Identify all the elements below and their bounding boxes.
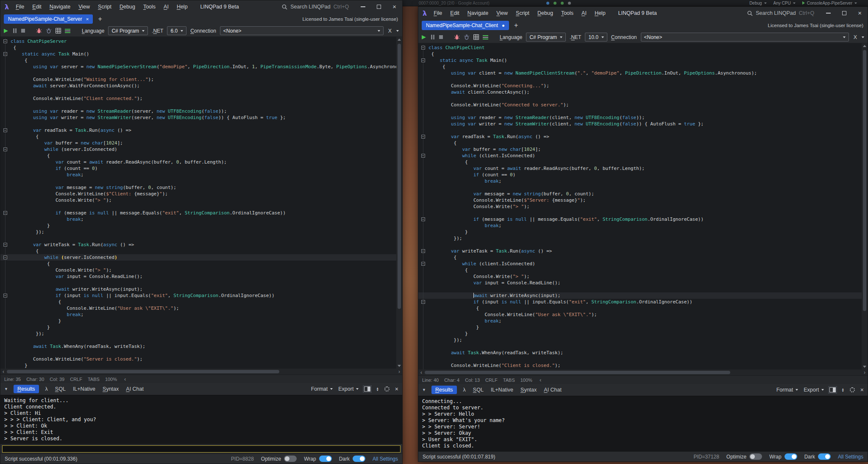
code-line[interactable]: } [0,362,396,369]
code-line[interactable] [418,356,862,362]
code-line[interactable]: − static async Task Main() [418,57,862,64]
code-line[interactable]: }); [0,229,396,235]
code-line[interactable]: Console.Write("> "); [0,197,396,203]
fold-marker-icon[interactable]: − [421,154,425,158]
fold-marker-icon[interactable]: − [421,300,425,304]
optimize-toggle[interactable] [284,456,297,462]
code-line[interactable]: await Task.WhenAny(readTask, writeTask); [418,350,862,356]
code-line[interactable]: var input = Console.ReadLine(); [0,273,396,280]
connection-clear-button[interactable]: X [853,34,858,40]
code-line[interactable]: − while (server.IsConnected) [0,146,396,153]
language-select[interactable]: C# Program [108,26,148,35]
optimize-toggle[interactable] [749,453,762,460]
results-tab-results[interactable]: Results [431,386,457,394]
code-line-current[interactable]: await writer.WriteAsync(input); [418,292,862,299]
code-line[interactable] [418,242,862,248]
menu-ai[interactable]: AI [581,10,587,16]
code-line[interactable]: −class ChatPipeClient [418,44,862,51]
code-line[interactable]: { [0,57,396,64]
results-grid-icon[interactable] [56,28,61,33]
split-panel-icon[interactable] [829,387,836,392]
code-line[interactable]: await server.WaitForConnectionAsync(); [0,83,396,89]
language-select[interactable]: C# Program [526,33,566,42]
stop-icon[interactable] [21,29,25,33]
search-box[interactable]: Search LINQPad Ctrl+Q [747,10,814,16]
code-line[interactable] [418,108,862,114]
code-line[interactable]: if (count == 0) [0,165,396,172]
code-line[interactable]: break; [418,318,862,324]
scroll-down-icon[interactable] [863,366,866,368]
code-line[interactable]: Console.WriteLine($"Client: {message}"); [0,191,396,197]
code-line[interactable]: } [418,229,862,235]
fold-marker-icon[interactable]: − [3,243,7,247]
debug-disabled-bug-icon[interactable] [46,28,52,33]
hscroll-thumb[interactable] [7,370,279,373]
code-line[interactable] [0,70,396,76]
code-line[interactable] [418,184,862,191]
menu-view[interactable]: View [496,10,508,16]
results-tab-syntax[interactable]: Syntax [102,385,120,393]
code-line[interactable]: } [0,318,396,324]
code-line[interactable]: − var writeTask = Task.Run(async () => [418,248,862,254]
debug-bug-icon[interactable] [454,34,460,40]
minimize-button[interactable] [361,6,365,7]
chevron-left-icon[interactable]: ‹ [124,376,126,382]
dock-position-icon[interactable]: ▲▼ [841,388,844,392]
code-line[interactable] [418,286,862,292]
fold-marker-icon[interactable]: − [3,52,7,56]
debug-bug-icon[interactable] [36,28,42,33]
console-input[interactable] [2,445,401,453]
dark-toggle[interactable] [353,456,365,462]
code-line[interactable] [0,178,396,184]
code-line[interactable]: { [418,305,862,311]
connection-clear-button[interactable]: X [387,28,392,34]
menu-tools[interactable]: Tools [561,10,573,16]
tab-state-icon[interactable]: ● [502,23,505,28]
code-line[interactable] [0,89,396,95]
dotnet-select[interactable]: 10.0 [585,33,607,42]
fold-marker-icon[interactable]: − [3,256,7,259]
tab-state-icon[interactable]: × [86,17,89,22]
results-grid-icon[interactable] [473,34,479,40]
code-line[interactable]: var count = await reader.ReadAsync(buffe… [0,159,396,165]
collapse-results-icon[interactable]: ▼ [422,388,426,392]
code-line[interactable]: { [0,133,396,140]
run-button[interactable] [4,29,8,33]
code-line[interactable]: } [418,369,862,370]
code-line[interactable]: using var client = new NamedPipeClientSt… [418,70,862,76]
code-line[interactable]: { [0,261,396,267]
code-line[interactable]: using var server = new NamedPipeServerSt… [0,64,396,70]
code-line[interactable] [418,127,862,133]
close-window-button[interactable]: × [392,5,396,9]
code-line[interactable]: −class ChatPipeServer [0,38,396,44]
format-lines-icon[interactable] [483,35,489,40]
code-line[interactable]: await writer.WriteAsync(input); [0,286,396,292]
code-line[interactable]: − static async Task Main() [0,51,396,57]
code-line[interactable] [0,350,396,356]
minimize-button[interactable] [826,13,831,14]
results-tab-syntax[interactable]: Syntax [520,386,537,394]
all-settings-link[interactable]: All Settings [838,454,863,460]
code-line[interactable] [0,280,396,286]
fold-marker-icon[interactable]: − [421,58,425,62]
scroll-right-icon[interactable]: › [398,369,400,375]
code-line[interactable] [418,210,862,216]
code-line[interactable] [0,337,396,343]
close-results-icon[interactable]: × [860,386,864,393]
results-tab--[interactable]: λ [462,386,467,394]
results-tab-results[interactable]: Results [14,385,39,393]
wrap-toggle[interactable] [319,456,332,462]
code-line[interactable]: break; [418,222,862,229]
code-line[interactable]: Console.WriteLine("Client connected."); [0,95,396,102]
debug-disabled-bug-icon[interactable] [464,34,470,40]
split-panel-icon[interactable] [364,386,370,392]
code-line[interactable]: using var reader = new StreamReader(serv… [0,108,396,114]
export-menu[interactable]: Export [804,387,824,393]
code-line[interactable] [418,76,862,83]
menu-script[interactable]: Script [516,10,529,16]
code-line[interactable]: { [418,267,862,273]
code-line[interactable]: { [418,64,862,70]
code-line[interactable]: Console.WriteLine($"Server: {message}"); [418,197,862,203]
menu-debug[interactable]: Debug [120,4,135,10]
code-line[interactable] [0,121,396,127]
